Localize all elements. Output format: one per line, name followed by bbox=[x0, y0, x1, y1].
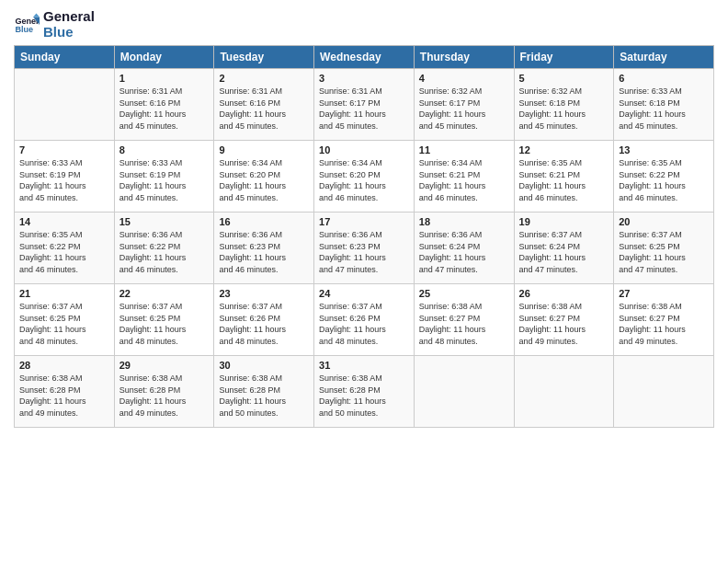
calendar-cell bbox=[514, 356, 614, 428]
calendar-cell: 23Sunrise: 6:37 AM Sunset: 6:26 PM Dayli… bbox=[214, 284, 314, 356]
calendar-cell bbox=[414, 356, 514, 428]
column-header-wednesday: Wednesday bbox=[314, 46, 415, 69]
day-number: 20 bbox=[619, 216, 709, 227]
calendar-cell: 4Sunrise: 6:32 AM Sunset: 6:17 PM Daylig… bbox=[414, 69, 514, 141]
day-info: Sunrise: 6:35 AM Sunset: 6:22 PM Dayligh… bbox=[619, 157, 709, 203]
calendar-cell: 29Sunrise: 6:38 AM Sunset: 6:28 PM Dayli… bbox=[114, 356, 214, 428]
day-info: Sunrise: 6:34 AM Sunset: 6:20 PM Dayligh… bbox=[219, 157, 309, 203]
day-info: Sunrise: 6:32 AM Sunset: 6:17 PM Dayligh… bbox=[419, 86, 509, 132]
day-number: 13 bbox=[619, 144, 709, 155]
calendar-cell: 26Sunrise: 6:38 AM Sunset: 6:27 PM Dayli… bbox=[514, 284, 614, 356]
calendar-cell bbox=[614, 356, 714, 428]
day-info: Sunrise: 6:36 AM Sunset: 6:24 PM Dayligh… bbox=[419, 229, 509, 275]
calendar-cell: 17Sunrise: 6:36 AM Sunset: 6:23 PM Dayli… bbox=[314, 213, 415, 284]
day-number: 6 bbox=[619, 73, 709, 84]
column-header-saturday: Saturday bbox=[614, 46, 714, 69]
week-row-1: 1Sunrise: 6:31 AM Sunset: 6:16 PM Daylig… bbox=[15, 69, 714, 141]
day-number: 14 bbox=[19, 216, 109, 227]
day-number: 16 bbox=[219, 216, 309, 227]
day-info: Sunrise: 6:35 AM Sunset: 6:22 PM Dayligh… bbox=[19, 229, 109, 275]
day-number: 25 bbox=[419, 288, 509, 299]
day-number: 17 bbox=[319, 216, 409, 227]
day-number: 21 bbox=[19, 288, 109, 299]
calendar-cell: 31Sunrise: 6:38 AM Sunset: 6:28 PM Dayli… bbox=[314, 356, 415, 428]
day-number: 1 bbox=[119, 73, 210, 84]
day-info: Sunrise: 6:34 AM Sunset: 6:21 PM Dayligh… bbox=[419, 157, 509, 203]
calendar-cell: 1Sunrise: 6:31 AM Sunset: 6:16 PM Daylig… bbox=[114, 69, 214, 141]
calendar-cell: 14Sunrise: 6:35 AM Sunset: 6:22 PM Dayli… bbox=[15, 213, 115, 284]
day-info: Sunrise: 6:37 AM Sunset: 6:26 PM Dayligh… bbox=[319, 301, 409, 347]
day-info: Sunrise: 6:36 AM Sunset: 6:22 PM Dayligh… bbox=[119, 229, 210, 275]
calendar-cell: 10Sunrise: 6:34 AM Sunset: 6:20 PM Dayli… bbox=[314, 141, 415, 213]
day-info: Sunrise: 6:33 AM Sunset: 6:18 PM Dayligh… bbox=[619, 86, 709, 132]
day-info: Sunrise: 6:38 AM Sunset: 6:28 PM Dayligh… bbox=[119, 373, 210, 419]
calendar-cell: 8Sunrise: 6:33 AM Sunset: 6:19 PM Daylig… bbox=[114, 141, 214, 213]
day-number: 10 bbox=[319, 144, 409, 155]
day-info: Sunrise: 6:31 AM Sunset: 6:16 PM Dayligh… bbox=[119, 86, 210, 132]
day-info: Sunrise: 6:38 AM Sunset: 6:28 PM Dayligh… bbox=[319, 373, 409, 419]
calendar-cell: 16Sunrise: 6:36 AM Sunset: 6:23 PM Dayli… bbox=[214, 213, 314, 284]
calendar-cell: 3Sunrise: 6:31 AM Sunset: 6:17 PM Daylig… bbox=[314, 69, 415, 141]
day-info: Sunrise: 6:38 AM Sunset: 6:27 PM Dayligh… bbox=[519, 301, 609, 347]
day-number: 5 bbox=[519, 73, 609, 84]
calendar-cell: 20Sunrise: 6:37 AM Sunset: 6:25 PM Dayli… bbox=[614, 213, 714, 284]
calendar-cell: 27Sunrise: 6:38 AM Sunset: 6:27 PM Dayli… bbox=[614, 284, 714, 356]
logo-icon: General Blue bbox=[14, 12, 40, 38]
calendar-cell: 2Sunrise: 6:31 AM Sunset: 6:16 PM Daylig… bbox=[214, 69, 314, 141]
day-info: Sunrise: 6:31 AM Sunset: 6:16 PM Dayligh… bbox=[219, 86, 309, 132]
column-header-sunday: Sunday bbox=[15, 46, 115, 69]
calendar-cell: 22Sunrise: 6:37 AM Sunset: 6:25 PM Dayli… bbox=[114, 284, 214, 356]
day-number: 19 bbox=[519, 216, 609, 227]
calendar-cell: 28Sunrise: 6:38 AM Sunset: 6:28 PM Dayli… bbox=[15, 356, 115, 428]
day-number: 4 bbox=[419, 73, 509, 84]
day-number: 9 bbox=[219, 144, 309, 155]
day-number: 15 bbox=[119, 216, 210, 227]
calendar-cell: 18Sunrise: 6:36 AM Sunset: 6:24 PM Dayli… bbox=[414, 213, 514, 284]
day-info: Sunrise: 6:37 AM Sunset: 6:25 PM Dayligh… bbox=[119, 301, 210, 347]
day-info: Sunrise: 6:37 AM Sunset: 6:24 PM Dayligh… bbox=[519, 229, 609, 275]
day-info: Sunrise: 6:33 AM Sunset: 6:19 PM Dayligh… bbox=[119, 157, 210, 203]
week-row-4: 21Sunrise: 6:37 AM Sunset: 6:25 PM Dayli… bbox=[15, 284, 714, 356]
calendar-cell: 9Sunrise: 6:34 AM Sunset: 6:20 PM Daylig… bbox=[214, 141, 314, 213]
day-info: Sunrise: 6:38 AM Sunset: 6:28 PM Dayligh… bbox=[19, 373, 109, 419]
week-row-2: 7Sunrise: 6:33 AM Sunset: 6:19 PM Daylig… bbox=[15, 141, 714, 213]
day-number: 8 bbox=[119, 144, 210, 155]
svg-marker-3 bbox=[33, 13, 40, 17]
day-number: 11 bbox=[419, 144, 509, 155]
day-number: 23 bbox=[219, 288, 309, 299]
day-info: Sunrise: 6:38 AM Sunset: 6:27 PM Dayligh… bbox=[419, 301, 509, 347]
day-info: Sunrise: 6:37 AM Sunset: 6:26 PM Dayligh… bbox=[219, 301, 309, 347]
day-number: 24 bbox=[319, 288, 409, 299]
calendar-cell: 13Sunrise: 6:35 AM Sunset: 6:22 PM Dayli… bbox=[614, 141, 714, 213]
day-number: 2 bbox=[219, 73, 309, 84]
day-info: Sunrise: 6:33 AM Sunset: 6:19 PM Dayligh… bbox=[19, 157, 109, 203]
calendar-table: SundayMondayTuesdayWednesdayThursdayFrid… bbox=[14, 45, 714, 428]
calendar-cell: 24Sunrise: 6:37 AM Sunset: 6:26 PM Dayli… bbox=[314, 284, 415, 356]
day-info: Sunrise: 6:36 AM Sunset: 6:23 PM Dayligh… bbox=[219, 229, 309, 275]
day-number: 31 bbox=[319, 360, 409, 371]
day-info: Sunrise: 6:38 AM Sunset: 6:27 PM Dayligh… bbox=[619, 301, 709, 347]
calendar-cell: 15Sunrise: 6:36 AM Sunset: 6:22 PM Dayli… bbox=[114, 213, 214, 284]
calendar-cell: 7Sunrise: 6:33 AM Sunset: 6:19 PM Daylig… bbox=[15, 141, 115, 213]
day-number: 29 bbox=[119, 360, 210, 371]
day-number: 18 bbox=[419, 216, 509, 227]
calendar-cell: 30Sunrise: 6:38 AM Sunset: 6:28 PM Dayli… bbox=[214, 356, 314, 428]
day-number: 27 bbox=[619, 288, 709, 299]
day-number: 22 bbox=[119, 288, 210, 299]
calendar-cell: 25Sunrise: 6:38 AM Sunset: 6:27 PM Dayli… bbox=[414, 284, 514, 356]
column-header-thursday: Thursday bbox=[414, 46, 514, 69]
calendar-header-row: SundayMondayTuesdayWednesdayThursdayFrid… bbox=[15, 46, 714, 69]
day-info: Sunrise: 6:37 AM Sunset: 6:25 PM Dayligh… bbox=[19, 301, 109, 347]
column-header-friday: Friday bbox=[514, 46, 614, 69]
column-header-tuesday: Tuesday bbox=[214, 46, 314, 69]
day-number: 30 bbox=[219, 360, 309, 371]
calendar-cell: 11Sunrise: 6:34 AM Sunset: 6:21 PM Dayli… bbox=[414, 141, 514, 213]
column-header-monday: Monday bbox=[114, 46, 214, 69]
day-info: Sunrise: 6:38 AM Sunset: 6:28 PM Dayligh… bbox=[219, 373, 309, 419]
calendar-cell: 19Sunrise: 6:37 AM Sunset: 6:24 PM Dayli… bbox=[514, 213, 614, 284]
day-info: Sunrise: 6:32 AM Sunset: 6:18 PM Dayligh… bbox=[519, 86, 609, 132]
calendar-cell: 6Sunrise: 6:33 AM Sunset: 6:18 PM Daylig… bbox=[614, 69, 714, 141]
calendar-cell: 12Sunrise: 6:35 AM Sunset: 6:21 PM Dayli… bbox=[514, 141, 614, 213]
day-info: Sunrise: 6:31 AM Sunset: 6:17 PM Dayligh… bbox=[319, 86, 409, 132]
logo-wordmark: General Blue bbox=[43, 9, 95, 40]
